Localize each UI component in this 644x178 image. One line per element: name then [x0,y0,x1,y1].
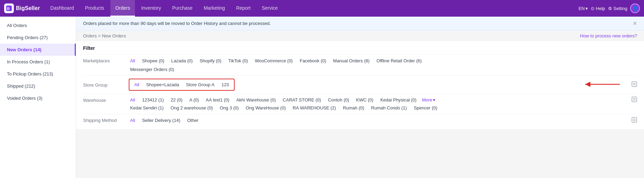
warehouse-more-button[interactable]: More ▾ [422,97,436,103]
warehouse-ong2[interactable]: Ong 2 warehouse (0) [169,105,214,111]
sidebar-item-to-pickup[interactable]: To Pickup Orders (213) [0,68,76,80]
breadcrumb-path: Orders > New Orders [83,33,126,38]
nav-report[interactable]: Report [231,0,255,17]
notice-banner: Orders placed for more than 90 days will… [76,17,644,30]
warehouse-spencer[interactable]: Spencer (0) [412,105,439,111]
top-navigation: B BigSeller Dashboard Products Orders In… [0,0,644,17]
filter-label-marketplaces: Marketplaces [83,57,125,63]
sidebar-item-shipped[interactable]: Shipped (212) [0,80,76,92]
warehouse-ong3[interactable]: Ong 3 (0) [218,105,240,111]
warehouse-contoh[interactable]: Contoh (0) [327,97,351,103]
nav-products[interactable]: Products [80,0,109,17]
svg-text:B: B [7,7,10,11]
warehouse-kwc[interactable]: KWC (0) [355,97,375,103]
nav-orders[interactable]: Orders [110,0,135,17]
filter-title: Filter [83,45,637,51]
breadcrumb: Orders > New Orders How to process new o… [76,30,644,41]
shipping-collapse[interactable] [632,117,637,124]
store-group-collapse[interactable] [632,81,637,88]
marketplace-shopee[interactable]: Shopee (0) [140,57,165,64]
brand-logo[interactable]: B BigSeller [4,3,40,13]
user-icon: 👤 [632,6,638,11]
filter-row-marketplaces: Marketplaces All Shopee (0) Lazada (0) S… [83,54,637,75]
notice-text: Orders placed for more than 90 days will… [83,21,271,26]
help-button[interactable]: ⊙ Help [591,6,605,11]
breadcrumb-current: New Orders [102,33,126,38]
nav-dashboard[interactable]: Dashboard [45,0,79,17]
warehouse-akhi[interactable]: Akhi Warehouse (0) [235,97,277,103]
marketplace-offline-retail[interactable]: Offline Retail Order (6) [375,57,423,64]
filter-label-store-group: Store Group [83,82,125,88]
marketplace-manual-orders[interactable]: Manual Orders (8) [332,57,371,64]
warehouse-kedai-sendiri[interactable]: Kedai Sendiri (1) [129,105,165,111]
shipping-all[interactable]: All [129,117,136,124]
sidebar: All Orders Pending Orders (27) New Order… [0,17,76,178]
store-group-all[interactable]: All [133,81,140,88]
filter-label-shipping: Shipping Method [83,117,125,123]
breadcrumb-orders: Orders [83,33,97,38]
warehouse-all[interactable]: All [129,97,136,103]
svg-rect-6 [632,97,637,102]
warehouse-22[interactable]: 22 (0) [169,97,184,103]
sidebar-item-in-process[interactable]: In Process Orders (1) [0,56,76,68]
filter-section: Filter Marketplaces All Shopee (0) Lazad… [76,41,644,129]
question-icon: ⊙ [591,6,595,11]
shipping-other[interactable]: Other [186,117,200,124]
warehouse-carat[interactable]: CARAT STORE (0) [281,97,323,103]
marketplace-facebook[interactable]: Facebook (0) [298,57,328,64]
sidebar-item-pending-orders[interactable]: Pending Orders (27) [0,32,76,44]
gear-icon: ⚙ [608,6,612,11]
store-group-a[interactable]: Store Group A [185,81,216,88]
sidebar-item-voided[interactable]: Voided Orders (3) [0,92,76,104]
nav-marketing[interactable]: Marketing [199,0,230,17]
user-avatar[interactable]: 👤 [630,3,640,13]
warehouse-rumah[interactable]: Rumah (0) [342,105,365,111]
marketplace-shopify[interactable]: Shopify (0) [198,57,223,64]
breadcrumb-separator: > [98,33,101,38]
store-group-123[interactable]: 123 [220,81,230,88]
warehouse-ong-warehouse[interactable]: Ong WareHouse (0) [244,105,287,111]
language-selector[interactable]: EN ▾ [579,6,588,11]
marketplace-messenger-orders[interactable]: Messenger Orders (0) [129,66,175,73]
page-layout: All Orders Pending Orders (27) New Order… [0,17,644,178]
marketplace-all[interactable]: All [129,57,136,64]
nav-service[interactable]: Service [257,0,283,17]
warehouse-rumah-condo[interactable]: Rumah Condo (1) [370,105,408,111]
chevron-down-icon: ▾ [433,97,435,103]
main-content: Orders placed for more than 90 days will… [76,17,644,178]
warehouse-a[interactable]: A (0) [188,97,200,103]
nav-purchase[interactable]: Purchase [167,0,198,17]
svg-rect-9 [632,117,637,122]
help-process-link[interactable]: How to process new orders? [580,33,637,38]
warehouse-collapse[interactable] [632,97,637,103]
red-arrow-indicator [582,80,623,89]
sidebar-item-all-orders[interactable]: All Orders [0,19,76,32]
filter-row-store-group: Store Group All Shopee+Lazada Store Grou… [83,75,637,94]
filter-row-shipping: Shipping Method All Seller Delivery (14)… [83,114,637,126]
logo-icon: B [4,3,14,13]
marketplace-lazada[interactable]: Lazada (0) [170,57,194,64]
sidebar-item-new-orders[interactable]: New Orders (14) [0,44,76,56]
filter-row-warehouse: Warehouse All 123412 (1) 22 (0) A (0) AA… [83,94,637,114]
warehouse-aa-test1[interactable]: AA test1 (0) [205,97,231,103]
warehouse-ra[interactable]: RA WAREHOUSE (2) [291,105,337,111]
topnav-right: EN ▾ ⊙ Help ⚙ Setting 👤 [579,3,640,13]
shipping-seller-delivery[interactable]: Seller Delivery (14) [140,117,182,124]
filter-values-marketplaces: All Shopee (0) Lazada (0) Shopify (0) Ti… [129,57,637,73]
store-group-box: All Shopee+Lazada Store Group A 123 [129,79,235,91]
filter-label-warehouse: Warehouse [83,97,125,103]
svg-rect-3 [632,82,637,87]
nav-inventory[interactable]: Inventory [136,0,166,17]
chevron-down-icon: ▾ [586,6,588,11]
store-group-shopee-lazada[interactable]: Shopee+Lazada [145,81,180,88]
marketplace-woocommerce[interactable]: WooCommerce (0) [253,57,294,64]
notice-close-button[interactable]: ✕ [633,20,637,27]
warehouse-kedai-physical[interactable]: Kedai Physical (0) [379,97,418,103]
marketplace-tiktok[interactable]: TikTok (0) [227,57,250,64]
warehouse-123412[interactable]: 123412 (1) [140,97,165,103]
setting-button[interactable]: ⚙ Setting [608,6,627,11]
